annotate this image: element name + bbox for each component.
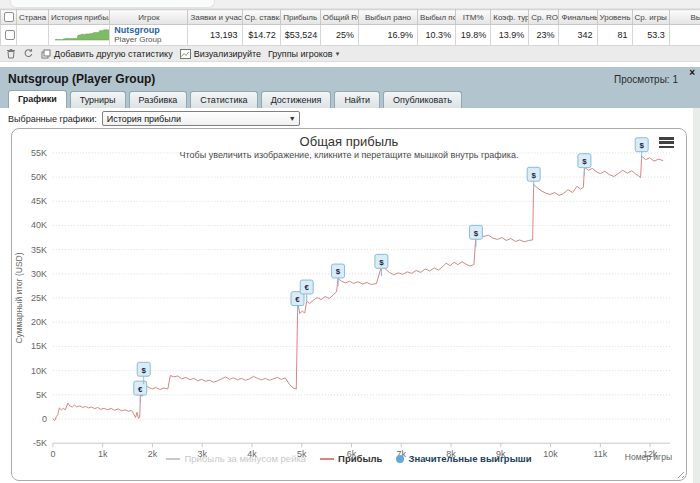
legend-label: Прибыль	[338, 453, 382, 464]
legend-line-icon	[166, 458, 180, 460]
visualize-label: Визуализируйте	[194, 49, 261, 59]
page: СтранаИстория прибылиИгрокЗаявки и участ…	[0, 0, 700, 483]
player-group-widget: Nutsgroup (Player Group) Просмотры: 1 × …	[0, 67, 700, 483]
column-header[interactable]: Ср. ROI	[529, 10, 559, 25]
column-header[interactable]: Коэф. турб	[491, 10, 529, 25]
svg-text:-5K: -5K	[33, 438, 47, 448]
column-header[interactable]: Общий ROI	[320, 10, 358, 25]
legend-item-3[interactable]: Значительные выигрыши	[396, 453, 531, 464]
graph-select-value: История прибыли	[107, 114, 181, 124]
stat-value-cell: 24	[669, 25, 700, 46]
column-header[interactable]: Страна	[17, 10, 49, 25]
chart-legend: Прибыль за минусом рейкаПрибыльЗначитель…	[12, 453, 686, 464]
stats-table-wrap: СтранаИстория прибылиИгрокЗаявки и участ…	[0, 9, 700, 46]
stat-value-cell: 19.8%	[456, 25, 491, 46]
column-header[interactable]: Финальные	[559, 10, 597, 25]
tab-7[interactable]: Опубликовать	[383, 91, 462, 108]
top-tab-remnant	[10, 0, 215, 8]
svg-text:€: €	[304, 283, 309, 292]
table-row: NutsgroupPlayer Group13,193$14.72$53,524…	[1, 25, 700, 46]
svg-text:$: $	[336, 268, 341, 277]
close-icon[interactable]: ×	[689, 68, 695, 78]
panel-header: Nutsgroup (Player Group) Просмотры: 1 × …	[0, 67, 700, 108]
column-header[interactable]: Выбыл позд	[418, 10, 456, 25]
add-statistic-label: Добавить другую статистику	[54, 49, 173, 59]
column-header[interactable]: Ср. ставка	[242, 10, 280, 25]
svg-text:Суммарный итог (USD): Суммарный итог (USD)	[14, 252, 24, 343]
refresh-icon[interactable]	[23, 48, 34, 59]
stat-value-cell: 23%	[529, 25, 559, 46]
svg-text:50K: 50K	[31, 172, 47, 182]
legend-item-2[interactable]: Прибыль	[320, 453, 382, 464]
tab-1[interactable]: Графики	[8, 90, 67, 108]
legend-label: Значительные выигрыши	[408, 453, 531, 464]
column-header[interactable]: Ср. игры /	[632, 10, 669, 25]
column-header[interactable]: Прибыль	[280, 10, 320, 25]
page-title: Nutsgroup (Player Group)	[8, 72, 692, 86]
player-groups-label: Группы игроков	[268, 49, 333, 59]
player-cell: NutsgroupPlayer Group	[110, 25, 188, 46]
svg-text:5K: 5K	[36, 390, 47, 400]
stat-value-cell: $53,524	[280, 25, 320, 46]
column-header[interactable]: Уровень	[597, 10, 632, 25]
column-header[interactable]: История прибыли	[49, 10, 110, 25]
svg-text:20K: 20K	[31, 317, 47, 327]
legend-item-1[interactable]: Прибыль за минусом рейка	[166, 453, 306, 464]
top-strip	[0, 0, 700, 9]
player-type: Player Group	[114, 35, 183, 44]
profit-chart-panel: -5K05K10K15K20K25K30K35K40K45K50K55K01k2…	[11, 128, 687, 481]
select-arrow-icon: ▼	[289, 115, 296, 122]
stat-value-cell: 13.9%	[491, 25, 529, 46]
select-all-checkbox[interactable]	[4, 12, 14, 22]
stat-value-cell: 342	[559, 25, 597, 46]
graph-select[interactable]: История прибыли ▼	[102, 111, 300, 126]
chart-menu-icon[interactable]	[659, 137, 674, 148]
profit-sparkline	[49, 25, 110, 46]
graph-selector-label: Выбранные графики:	[8, 114, 97, 124]
stat-value-cell: 53.3	[632, 25, 669, 46]
profit-chart[interactable]: -5K05K10K15K20K25K30K35K40K45K50K55K01k2…	[12, 129, 686, 480]
column-header[interactable]: Игрок	[110, 10, 188, 25]
stat-value-cell: 13,193	[188, 25, 242, 46]
legend-dot-icon	[396, 455, 404, 463]
svg-text:30K: 30K	[31, 269, 47, 279]
trash-icon[interactable]	[6, 48, 16, 59]
chart-subtitle: Чтобы увеличить изображение, кликните и …	[12, 150, 686, 160]
x-axis-title: Номер игры	[625, 452, 672, 462]
stat-value-cell: 10.3%	[418, 25, 456, 46]
stats-table: СтранаИстория прибылиИгрокЗаявки и участ…	[0, 9, 700, 46]
tab-3[interactable]: Разбивка	[129, 91, 188, 108]
legend-line-icon	[320, 458, 334, 460]
chevron-down-icon: ▾	[336, 50, 340, 58]
svg-text:€: €	[295, 295, 300, 304]
svg-text:$: $	[531, 171, 536, 180]
player-name-link[interactable]: Nutsgroup	[114, 26, 183, 35]
column-header[interactable]: ITM%	[456, 10, 491, 25]
player-groups-dropdown[interactable]: Группы игроков ▾	[268, 49, 339, 59]
tab-6[interactable]: Найти	[334, 91, 380, 108]
visualize-button[interactable]: Визуализируйте	[180, 49, 261, 59]
tab-5[interactable]: Достижения	[261, 91, 332, 108]
column-header[interactable]: Выбыл р	[669, 10, 700, 25]
svg-text:$: $	[141, 366, 146, 375]
column-header[interactable]: Выбыл рано	[358, 10, 417, 25]
stat-value-cell: 81	[597, 25, 632, 46]
country-cell	[17, 25, 49, 46]
copy-icon	[41, 49, 51, 59]
svg-text:€: €	[138, 385, 143, 394]
stat-value-cell: 16.9%	[358, 25, 417, 46]
stat-value-cell: 25%	[320, 25, 358, 46]
stat-value-cell: $14.72	[242, 25, 280, 46]
tab-4[interactable]: Статистика	[190, 91, 257, 108]
tab-2[interactable]: Турниры	[70, 91, 126, 108]
svg-text:45K: 45K	[31, 196, 47, 206]
svg-text:$: $	[474, 229, 479, 238]
stats-table-header-row: СтранаИстория прибылиИгрокЗаявки и участ…	[1, 10, 700, 25]
views-badge: Просмотры: 1	[614, 74, 678, 85]
chart-image-icon	[180, 49, 191, 59]
column-header[interactable]: Заявки и участи	[188, 10, 242, 25]
graph-selector-row: Выбранные графики: История прибыли ▼	[0, 108, 693, 128]
svg-text:15K: 15K	[31, 341, 47, 351]
add-statistic-button[interactable]: Добавить другую статистику	[41, 49, 173, 59]
row-checkbox[interactable]	[5, 30, 15, 40]
